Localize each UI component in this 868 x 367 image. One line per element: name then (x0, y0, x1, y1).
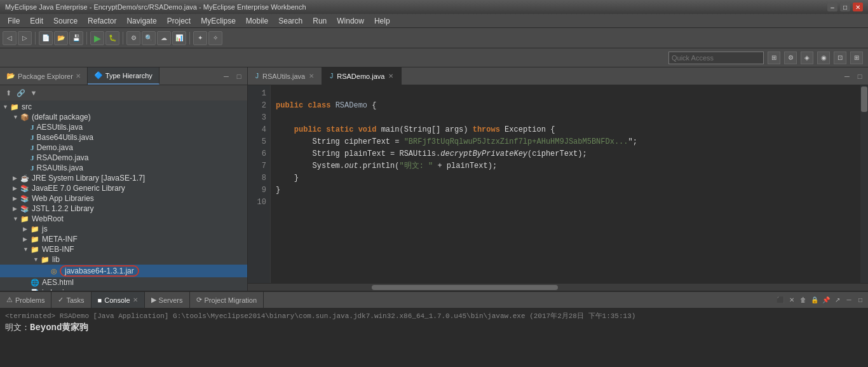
editor-tab-bar: J RSAUtils.java ✕ J RSADemo.java ✕ ─ □ (248, 67, 868, 85)
package-explorer-close[interactable]: ✕ (76, 73, 81, 80)
console-terminate-btn[interactable]: ⬛ (775, 295, 785, 305)
editor-maximize-btn[interactable]: □ (854, 71, 865, 82)
bottom-panel-tabs: ⚠ Problems ✓ Tasks ■ Console ✕ ▶ Servers… (0, 292, 868, 308)
toolbar-open[interactable]: 📂 (54, 31, 68, 45)
tab-project-migration[interactable]: ⟳ Project Migration (190, 292, 264, 308)
toolbar-btn-e[interactable]: ✦ (193, 31, 207, 45)
link-with-editor-btn[interactable]: 🔗 (15, 87, 27, 99)
menu-source[interactable]: Source (48, 14, 83, 27)
tree-item-web-inf[interactable]: ▼ 📁 WEB-INF (0, 244, 247, 254)
editor-area: J RSAUtils.java ✕ J RSADemo.java ✕ ─ □ 1 (248, 67, 868, 291)
quick-access-extra2[interactable]: ◉ (817, 52, 830, 64)
console-scroll-lock-btn[interactable]: 🔒 (810, 295, 820, 305)
toolbar-run[interactable]: ▶ (90, 31, 104, 45)
tree-item-demo[interactable]: J Demo.java (0, 142, 247, 153)
menu-file[interactable]: File (3, 14, 25, 27)
tree-item-webroot[interactable]: ▼ 📁 WebRoot (0, 214, 247, 224)
java-file-icon-3: J (31, 144, 34, 151)
scroll-thumb[interactable] (372, 285, 558, 290)
tree-item-webapp-libs[interactable]: ▶ 📚 Web App Libraries (0, 193, 247, 204)
tree-item-lib[interactable]: ▼ 📁 lib (0, 254, 247, 265)
line-num-8: 8 (248, 172, 266, 184)
line-num-5: 5 (248, 136, 266, 148)
rsautils-tab-close[interactable]: ✕ (309, 73, 314, 80)
tab-problems[interactable]: ⚠ Problems (0, 292, 51, 308)
tree-item-src[interactable]: ▼ 📁 src (0, 102, 247, 112)
tree-item-meta-inf[interactable]: ▶ 📁 META-INF (0, 234, 247, 244)
menu-bar: File Edit Source Refactor Navigate Proje… (0, 14, 868, 28)
toolbar-btn-c[interactable]: ☁ (157, 31, 171, 45)
code-content[interactable]: public class RSADemo { public static voi… (271, 85, 860, 283)
menu-navigate[interactable]: Navigate (121, 14, 161, 27)
quick-access-extra4[interactable]: ⊞ (850, 52, 863, 64)
menu-window[interactable]: Window (332, 14, 369, 27)
toolbar-debug[interactable]: 🐛 (105, 31, 119, 45)
toolbar-forward[interactable]: ▷ (18, 31, 32, 45)
tab-tasks[interactable]: ✓ Tasks (51, 292, 91, 308)
tab-servers[interactable]: ▶ Servers (145, 292, 190, 308)
toolbar-btn-b[interactable]: 🔍 (142, 31, 156, 45)
menu-mobile[interactable]: Mobile (241, 14, 273, 27)
editor-minimize-btn[interactable]: ─ (841, 71, 853, 82)
console-minimize-btn[interactable]: ─ (844, 295, 854, 305)
menu-run[interactable]: Run (308, 14, 332, 27)
rsademo-tab-close[interactable]: ✕ (388, 73, 393, 80)
rsademo-tab-label: RSADemo.java (337, 73, 384, 80)
main-area: 📂 Package Explorer ✕ 🔷 Type Hierarchy ─ … (0, 67, 868, 367)
tab-rsademo-java[interactable]: J RSADemo.java ✕ (322, 67, 402, 85)
toolbar-btn-a[interactable]: ⚙ (126, 31, 140, 45)
tree-item-js[interactable]: ▶ 📁 js (0, 224, 247, 234)
tree-item-aesutils[interactable]: J AESUtils.java (0, 122, 247, 132)
quick-access-perspective-btn[interactable]: ⊞ (768, 52, 780, 64)
quick-access-extra3[interactable]: ⊡ (834, 52, 846, 64)
menu-project[interactable]: Project (162, 14, 196, 27)
console-clear-btn[interactable]: 🗑 (798, 295, 808, 305)
toolbar-new[interactable]: 📄 (39, 31, 53, 45)
tree-item-javaee[interactable]: ▶ 📚 JavaEE 7.0 Generic Library (0, 183, 247, 193)
servers-tab-label: Servers (159, 296, 183, 304)
editor-vertical-scrollbar[interactable] (860, 85, 868, 283)
tree-item-default-package[interactable]: ▼ 📦 (default package) (0, 112, 247, 122)
console-remove-btn[interactable]: ✕ (787, 295, 797, 305)
src-folder-icon: 📁 (10, 103, 19, 111)
tree-item-jre[interactable]: ▶ ☕ JRE System Library [JavaSE-1.7] (0, 173, 247, 183)
tree-item-rsademo[interactable]: J RSADemo.java (0, 153, 247, 163)
menu-refactor[interactable]: Refactor (83, 14, 121, 27)
tree-item-aes-html[interactable]: 🌐 AES.html (0, 277, 247, 287)
maximize-button[interactable]: □ (840, 3, 850, 11)
menu-edit[interactable]: Edit (25, 14, 48, 27)
menu-myeclipse[interactable]: MyEclipse (196, 14, 241, 27)
panel-maximize-btn[interactable]: □ (233, 71, 245, 82)
tab-type-hierarchy[interactable]: 🔷 Type Hierarchy (88, 67, 159, 85)
view-menu-btn[interactable]: ▼ (28, 87, 39, 99)
panel-minimize-btn[interactable]: ─ (220, 71, 232, 82)
editor-horizontal-scrollbar[interactable] (248, 283, 868, 291)
tab-package-explorer[interactable]: 📂 Package Explorer ✕ (0, 67, 88, 85)
tree-item-rsautils[interactable]: J RSAUtils.java (0, 163, 247, 173)
tab-rsautils-java[interactable]: J RSAUtils.java ✕ (248, 67, 322, 85)
toolbar-save[interactable]: 💾 (69, 31, 83, 45)
problems-tab-icon: ⚠ (6, 296, 13, 304)
minimize-button[interactable]: – (827, 3, 837, 11)
tree-item-base64utils[interactable]: J Base64Utils.java (0, 132, 247, 142)
menu-help[interactable]: Help (369, 14, 395, 27)
jstl-lib-icon: 📚 (20, 205, 29, 213)
quick-access-input[interactable] (668, 52, 764, 64)
webroot-folder-icon: 📁 (20, 215, 29, 223)
console-tab-close[interactable]: ✕ (133, 296, 138, 303)
toolbar-btn-d[interactable]: 📊 (172, 31, 186, 45)
tree-item-javabase64-jar[interactable]: ◎ javabase64-1.3.1.jar (0, 265, 247, 277)
menu-search[interactable]: Search (273, 14, 308, 27)
toolbar-btn-f[interactable]: ✧ (208, 31, 222, 45)
tree-item-jstl[interactable]: ▶ 📚 JSTL 1.2.2 Library (0, 204, 247, 214)
close-button[interactable]: ✕ (853, 3, 863, 11)
quick-access-settings-btn[interactable]: ⚙ (784, 52, 797, 64)
toolbar-back[interactable]: ◁ (3, 31, 17, 45)
console-open-btn[interactable]: ↗ (832, 295, 843, 305)
vscroll-thumb[interactable] (861, 87, 867, 112)
console-pin-btn[interactable]: 📌 (821, 295, 831, 305)
tab-console[interactable]: ■ Console ✕ (92, 292, 145, 308)
console-maximize-btn[interactable]: □ (855, 295, 865, 305)
quick-access-extra1[interactable]: ◈ (801, 52, 813, 64)
collapse-all-btn[interactable]: ⬆ (3, 87, 14, 99)
